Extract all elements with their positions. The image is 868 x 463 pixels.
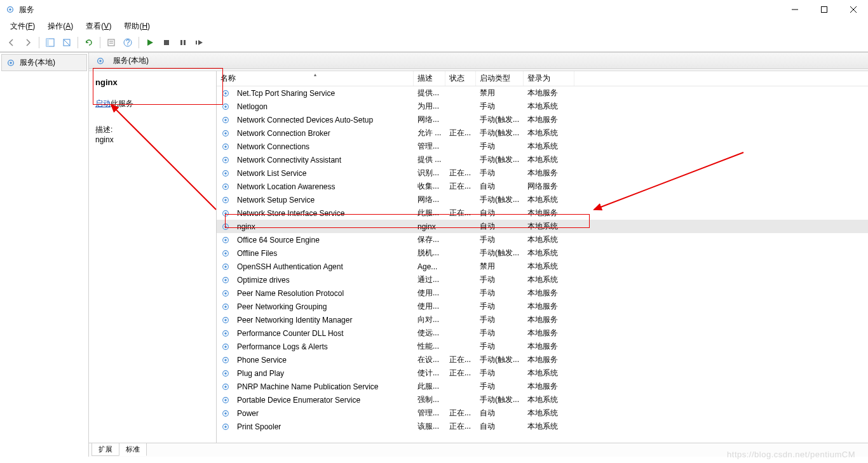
svg-point-57 [224, 319, 227, 321]
table-row[interactable]: Network Store Interface Service此服...正在..… [217, 206, 868, 220]
maximize-button[interactable] [810, 0, 839, 19]
description-value: nginx [95, 135, 114, 144]
svg-point-31 [224, 145, 227, 148]
table-row[interactable]: Phone Service在设...正在...手动(触发...本地服务 [217, 353, 868, 366]
svg-point-43 [224, 225, 227, 228]
table-row[interactable]: Network Location Awareness收集...正在...自动网络… [217, 180, 868, 193]
table-row[interactable]: Network Connections管理...手动本地系统 [217, 140, 868, 153]
service-name: Peer Networking Identity Manager [237, 316, 352, 325]
show-hide-tree-button[interactable] [43, 35, 58, 50]
table-row[interactable]: Network Connected Devices Auto-Setup网络..… [217, 113, 868, 126]
list-pane[interactable]: 名称▴ 描述 状态 启动类型 登录为 Net.Tcp Port Sharing … [216, 71, 868, 443]
service-name: Netlogon [237, 102, 268, 111]
table-row[interactable]: Network Connectivity Assistant提供 ...手动(触… [217, 153, 868, 166]
column-header-description[interactable]: 描述 [414, 71, 445, 86]
restart-service-button[interactable] [192, 35, 207, 50]
table-row[interactable]: Network List Service识别...正在...手动本地服务 [217, 166, 868, 180]
table-row[interactable]: Portable Device Enumerator Service强制...手… [217, 393, 868, 406]
tab-extended[interactable]: 扩展 [92, 443, 119, 456]
gear-icon [220, 408, 231, 419]
tree-item-services-local[interactable]: 服务(本地) [1, 54, 87, 71]
description-label: 描述: [95, 124, 210, 135]
tree-item-label: 服务(本地) [20, 57, 55, 68]
table-row[interactable]: Power管理...正在...自动本地系统 [217, 406, 868, 420]
table-row[interactable]: OpenSSH Authentication AgentAge...禁用本地系统 [217, 260, 868, 273]
minimize-button[interactable] [780, 0, 810, 19]
table-row[interactable]: Plug and Play使计...正在...手动本地系统 [217, 366, 868, 380]
menu-file[interactable]: 文件(F) [5, 20, 40, 33]
tab-standard[interactable]: 标准 [119, 443, 147, 456]
start-service-button[interactable] [142, 35, 158, 50]
table-row[interactable]: Office 64 Source Engine保存...手动本地系统 [217, 233, 868, 246]
service-name: Phone Service [237, 356, 287, 365]
service-name: Network Setup Service [237, 196, 315, 205]
table-row[interactable]: Peer Name Resolution Protocol使用...手动本地服务 [217, 286, 868, 300]
table-row[interactable]: Performance Logs & Alerts性能...手动本地服务 [217, 340, 868, 353]
service-status [445, 278, 476, 283]
table-row[interactable]: Optimize drives通过...手动本地系统 [217, 273, 868, 286]
svg-point-33 [224, 159, 227, 161]
table-row[interactable]: Netlogon为用...手动本地系统 [217, 100, 868, 113]
column-header-status[interactable]: 状态 [445, 71, 476, 86]
svg-point-71 [224, 412, 227, 415]
gear-icon [220, 235, 231, 245]
table-row[interactable]: Peer Networking Identity Manager向对...手动本… [217, 313, 868, 326]
menu-view[interactable]: 查看(V) [81, 20, 116, 33]
properties-button[interactable] [104, 35, 119, 50]
column-header-startup[interactable]: 启动类型 [476, 71, 524, 86]
table-row[interactable]: Network Connection Broker允许 ...正在...手动(触… [217, 126, 868, 140]
service-status: 正在... [445, 178, 476, 194]
table-row[interactable]: PNRP Machine Name Publication Service此服.… [217, 380, 868, 393]
svg-point-63 [224, 359, 227, 361]
service-status [445, 251, 476, 256]
gear-icon [220, 142, 231, 152]
service-rows: Net.Tcp Port Sharing Service提供...禁用本地服务N… [217, 86, 868, 433]
gear-icon [220, 102, 231, 112]
table-row[interactable]: Network Setup Service网络...手动(触发...本地系统 [217, 193, 868, 206]
service-name: OpenSSH Authentication Agent [237, 262, 343, 271]
gear-icon [220, 382, 231, 392]
svg-point-35 [224, 172, 227, 175]
service-name: Network Store Interface Service [237, 209, 344, 218]
service-name: Network Connected Devices Auto-Setup [237, 116, 373, 124]
table-row[interactable]: Print Spooler该服...正在...自动本地系统 [217, 420, 868, 433]
service-status [445, 158, 476, 163]
table-row[interactable]: nginxnginx自动本地系统 [217, 220, 868, 233]
gear-icon [220, 115, 231, 125]
gear-icon [220, 275, 231, 285]
back-button[interactable] [4, 35, 19, 50]
column-header-logon[interactable]: 登录为 [524, 71, 574, 86]
sort-indicator-icon: ▴ [314, 72, 316, 77]
service-name: Performance Logs & Alerts [237, 342, 328, 351]
column-header-name[interactable]: 名称▴ [217, 71, 414, 86]
service-status [445, 291, 476, 296]
svg-point-25 [224, 105, 227, 108]
gear-icon [220, 368, 231, 379]
export-button[interactable] [59, 35, 74, 50]
table-row[interactable]: Peer Networking Grouping使用...手动本地服务 [217, 300, 868, 313]
service-name: Peer Networking Grouping [237, 302, 327, 311]
help-button[interactable]: ? [120, 35, 135, 50]
svg-point-1 [9, 8, 11, 11]
service-status [445, 144, 476, 149]
toolbar-separator [139, 37, 139, 48]
table-row[interactable]: Performance Counter DLL Host使远...手动本地服务 [217, 326, 868, 340]
gear-icon [220, 155, 231, 165]
close-button[interactable] [839, 0, 868, 19]
start-link[interactable]: 启动 [95, 99, 111, 108]
list-header: 名称▴ 描述 状态 启动类型 登录为 [217, 71, 868, 86]
pause-service-button[interactable] [175, 35, 191, 50]
forward-button[interactable] [20, 35, 36, 50]
content-header-label: 服务(本地) [113, 55, 149, 66]
service-name: Print Spooler [237, 422, 281, 431]
gear-icon [220, 195, 231, 205]
service-status [445, 91, 476, 96]
refresh-button[interactable] [81, 35, 97, 50]
gear-icon [220, 328, 231, 339]
table-row[interactable]: Offline Files脱机...手动(触发...本地系统 [217, 246, 868, 260]
stop-service-button[interactable] [159, 35, 174, 50]
svg-point-39 [224, 199, 227, 201]
table-row[interactable]: Net.Tcp Port Sharing Service提供...禁用本地服务 [217, 86, 868, 100]
menu-help[interactable]: 帮助(H) [119, 20, 155, 33]
menu-action[interactable]: 操作(A) [43, 20, 78, 33]
